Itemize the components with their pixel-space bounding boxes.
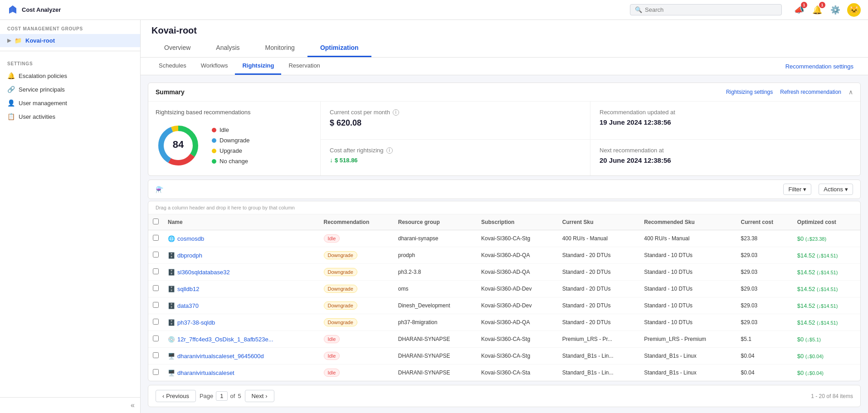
resource-icon: 🌐 xyxy=(168,235,175,242)
row-name-cell: 💿 12r_7ffc4ed3_OsDisk_1_8afb523e... xyxy=(163,331,319,348)
row-checkbox[interactable] xyxy=(153,235,159,241)
header-subscription[interactable]: Subscription xyxy=(477,214,558,230)
header-optimized-cost[interactable]: Optimized cost xyxy=(793,214,860,230)
metric-rec-updated: Recommendation updated at 19 June 2024 1… xyxy=(590,102,860,140)
header-checkbox-col xyxy=(148,214,163,230)
row-checkbox[interactable] xyxy=(153,319,159,325)
next-button[interactable]: Next › xyxy=(245,390,274,402)
header-current-sku[interactable]: Current Sku xyxy=(558,214,640,230)
tab-optimization[interactable]: Optimization xyxy=(307,39,371,57)
saving-value: (↓$23.38) xyxy=(805,236,826,242)
metric-value-next-rec: 20 June 2024 12:38:56 xyxy=(600,156,851,164)
header-name[interactable]: Name xyxy=(163,214,319,230)
previous-button[interactable]: ‹ Previous xyxy=(156,390,196,402)
resource-name[interactable]: 🗄️ sl360sqldatabase32 xyxy=(168,268,315,276)
filter-icon: ⚗️ xyxy=(156,186,163,193)
row-checkbox[interactable] xyxy=(153,252,159,258)
alert-icon-btn[interactable]: 📣 1 xyxy=(793,4,805,16)
resource-name[interactable]: 🗄️ dbprodph xyxy=(168,252,315,259)
table-row: 🗄️ dbprodph Downgrade prodph Kovai-SI360… xyxy=(148,247,860,264)
metric-label-next-rec: Next recommendation at xyxy=(600,147,851,154)
recommendation-badge: Downgrade xyxy=(324,301,357,310)
escalation-label: Escalation policies xyxy=(19,73,67,79)
info-icon-cost-after[interactable]: i xyxy=(386,147,393,154)
resource-name[interactable]: 🖥️ dharanivirtualscaleset_9645600d xyxy=(168,352,315,360)
logo-icon xyxy=(7,5,18,15)
row-current-cost-cell: $5.1 xyxy=(736,331,793,348)
row-recommendation-cell: Idle xyxy=(319,348,394,364)
row-checkbox[interactable] xyxy=(153,352,159,358)
upgrade-dot xyxy=(212,149,216,153)
sidebar-item-service-principals[interactable]: 🔗 Service principals xyxy=(0,83,140,96)
search-input[interactable] xyxy=(645,6,777,13)
current-page[interactable]: 1 xyxy=(216,391,227,401)
actions-button[interactable]: Actions ▾ xyxy=(819,184,853,195)
resource-name[interactable]: 💿 12r_7ffc4ed3_OsDisk_1_8afb523e... xyxy=(168,335,315,343)
sidebar-item-user-activities[interactable]: 📋 User activities xyxy=(0,110,140,123)
sidebar-item-kovai-root[interactable]: ▶ 📁 Kovai-root xyxy=(0,34,140,47)
saving-value: (↓$14.51) xyxy=(817,287,838,292)
settings-icon-btn[interactable]: ⚙️ xyxy=(829,4,842,16)
resource-icon: 🗄️ xyxy=(168,302,175,309)
header-recommended-sku[interactable]: Recommended Sku xyxy=(639,214,736,230)
filter-button[interactable]: Filter ▾ xyxy=(783,184,811,195)
user-activities-label: User activities xyxy=(19,113,55,120)
refresh-recommendation-link[interactable]: Refresh recommendation xyxy=(780,89,841,95)
row-optimized-cost-cell: $14.52 (↓$14.51) xyxy=(793,314,860,331)
notification-icon-btn[interactable]: 🔔 1 xyxy=(811,4,824,16)
summary-metrics: Current cost per month i $ 620.08 Recomm… xyxy=(321,102,860,175)
sub-tab-schedules[interactable]: Schedules xyxy=(151,58,194,75)
summary-collapse-button[interactable]: ∧ xyxy=(848,88,853,96)
resource-name[interactable]: 🗄️ sqlldb12 xyxy=(168,285,315,292)
user-management-label: User management xyxy=(19,100,67,107)
sidebar-section-title: COST MANAGEMENT GROUPS xyxy=(0,20,140,34)
sub-tab-reservation[interactable]: Reservation xyxy=(281,58,327,75)
info-icon-current-cost[interactable]: i xyxy=(393,109,399,116)
notification-badge: 1 xyxy=(819,2,825,8)
resource-name[interactable]: 🖥️ dharanivirtualscaleset xyxy=(168,369,315,376)
select-all-checkbox[interactable] xyxy=(153,219,159,224)
tab-analysis[interactable]: Analysis xyxy=(203,39,252,57)
tab-monitoring[interactable]: Monitoring xyxy=(253,39,307,57)
sidebar-item-user-management[interactable]: 👤 User management xyxy=(0,96,140,110)
row-checkbox[interactable] xyxy=(153,335,159,341)
row-checkbox[interactable] xyxy=(153,268,159,274)
row-checkbox[interactable] xyxy=(153,285,159,291)
top-bar-icons: 📣 1 🔔 1 ⚙️ 🐱 xyxy=(793,3,861,17)
sub-tab-rightsizing[interactable]: Rightsizing xyxy=(235,58,281,75)
main-layout: COST MANAGEMENT GROUPS ▶ 📁 Kovai-root SE… xyxy=(0,20,868,413)
items-count: 1 - 20 of 84 items xyxy=(811,393,853,399)
row-optimized-cost-cell: $14.52 (↓$14.51) xyxy=(793,264,860,281)
recommendation-settings-link[interactable]: Recommendation settings xyxy=(782,58,857,74)
header-recommendation[interactable]: Recommendation xyxy=(319,214,394,230)
header-current-cost[interactable]: Current cost xyxy=(736,214,793,230)
resource-name[interactable]: 🗄️ data370 xyxy=(168,302,315,309)
header-resource-group[interactable]: Resource group xyxy=(394,214,477,230)
rightsizing-settings-link[interactable]: Rightsizing settings xyxy=(726,89,773,95)
resource-name[interactable]: 🗄️ ph37-38-sqldb xyxy=(168,319,315,326)
optimized-cost-value: $14.52 xyxy=(797,319,815,326)
row-checkbox[interactable] xyxy=(153,369,159,375)
row-current-cost-cell: $29.03 xyxy=(736,264,793,281)
resource-icon: 🗄️ xyxy=(168,268,175,276)
search-box[interactable]: 🔍 xyxy=(630,4,782,15)
sidebar-item-escalation[interactable]: 🔔 Escalation policies xyxy=(0,69,140,83)
row-checkbox-cell xyxy=(148,297,163,314)
row-resource-group-cell: ph3.2-3.8 xyxy=(394,264,477,281)
metric-cost-after: Cost after rightsizing i ↓ $ 518.86 xyxy=(321,140,590,175)
resource-name[interactable]: 🌐 cosmosdb xyxy=(168,235,315,242)
tab-bar: Overview Analysis Monitoring Optimizatio… xyxy=(151,39,857,57)
pagination-left: ‹ Previous Page 1 of 5 Next › xyxy=(156,390,274,402)
row-current-sku-cell: 400 RU/s - Manual xyxy=(558,230,640,247)
saving-value: (↓$14.51) xyxy=(817,253,838,258)
sidebar-item-label: Kovai-root xyxy=(25,37,55,44)
row-recommended-sku-cell: Premium_LRS - Premium xyxy=(639,331,736,348)
user-avatar[interactable]: 🐱 xyxy=(847,3,861,17)
sidebar-collapse-button[interactable]: « xyxy=(131,401,135,409)
sidebar: COST MANAGEMENT GROUPS ▶ 📁 Kovai-root SE… xyxy=(0,20,141,413)
row-checkbox[interactable] xyxy=(153,302,159,308)
saving-value: (↓$0.04) xyxy=(805,354,824,359)
sub-tab-workflows[interactable]: Workflows xyxy=(194,58,235,75)
tab-overview[interactable]: Overview xyxy=(151,39,203,57)
row-current-cost-cell: $29.03 xyxy=(736,281,793,297)
